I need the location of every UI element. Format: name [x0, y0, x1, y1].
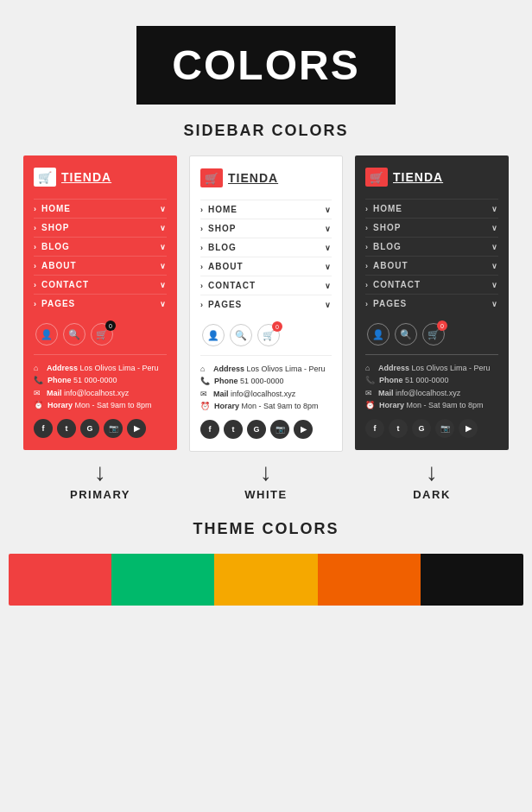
social-instagram-dark[interactable]: 📷: [435, 419, 454, 438]
label-dark-text: DARK: [413, 488, 451, 501]
label-white: ↓ WHITE: [189, 460, 343, 501]
icon-buttons-white: 👤 🔍 🛒0: [200, 324, 332, 346]
social-twitter-primary[interactable]: t: [57, 419, 76, 438]
social-google-dark[interactable]: G: [412, 419, 431, 438]
social-facebook-dark[interactable]: f: [365, 419, 384, 438]
user-icon-btn-white[interactable]: 👤: [202, 324, 225, 346]
social-row-dark: f t G 📷 ▶: [365, 419, 498, 438]
contact-info-dark: ⌂Address Los Olivos Lima - Peru 📞Phone 5…: [365, 362, 498, 412]
icon-buttons-dark: 👤 🔍 🛒0: [365, 323, 498, 346]
nav-shop-primary[interactable]: ›SHOP ∨: [34, 218, 167, 237]
social-twitter-white[interactable]: t: [224, 420, 243, 439]
contact-info-white: ⌂Address Los Olivos Lima - Peru 📞Phone 5…: [200, 363, 332, 413]
user-icon-btn-dark[interactable]: 👤: [367, 323, 390, 346]
theme-colors-section: THEME COLORS: [0, 520, 532, 606]
nav-blog-dark[interactable]: ›BLOG ∨: [365, 237, 498, 256]
panels-container: 🛒 TIENDA ›HOME ∨ ›SHOP ∨ ›BLOG ∨ ›ABOUT …: [0, 155, 532, 452]
nav-pages-white[interactable]: ›PAGES ∨: [200, 295, 332, 314]
cart-icon-btn-primary[interactable]: 🛒0: [91, 323, 113, 346]
nav-contact-dark[interactable]: ›CONTACT ∨: [365, 275, 498, 294]
cart-icon-btn-white[interactable]: 🛒0: [257, 324, 280, 346]
nav-home-dark[interactable]: ›HOME ∨: [365, 199, 498, 218]
cart-icon-white: 🛒: [200, 168, 223, 187]
arrow-down-white: ↓: [260, 460, 272, 485]
brand-name-dark: TIENDA: [393, 170, 443, 184]
brand-row-dark: 🛒 TIENDA: [365, 168, 498, 187]
social-row-primary: f t G 📷 ▶: [34, 419, 167, 438]
social-youtube-primary[interactable]: ▶: [127, 419, 146, 438]
contact-info-primary: ⌂Address Los Olivos Lima - Peru 📞Phone 5…: [34, 362, 167, 412]
social-google-primary[interactable]: G: [80, 419, 99, 438]
panel-primary: 🛒 TIENDA ›HOME ∨ ›SHOP ∨ ›BLOG ∨ ›ABOUT …: [23, 155, 177, 450]
swatch-green: [111, 554, 214, 606]
arrow-down-primary: ↓: [94, 460, 106, 485]
swatch-orange: [318, 554, 421, 606]
color-swatches: [9, 554, 523, 606]
social-twitter-dark[interactable]: t: [389, 419, 408, 438]
search-icon-btn-primary[interactable]: 🔍: [63, 323, 86, 346]
nav-about-dark[interactable]: ›ABOUT ∨: [365, 256, 498, 275]
arrow-down-dark: ↓: [426, 460, 438, 485]
sidebar-colors-heading: SIDEBAR COLORS: [0, 122, 532, 140]
brand-name-white: TIENDA: [228, 171, 278, 185]
nav-about-primary[interactable]: ›ABOUT ∨: [34, 256, 167, 275]
icon-buttons-primary: 👤 🔍 🛒0: [34, 323, 167, 346]
cart-icon-btn-dark[interactable]: 🛒0: [422, 323, 445, 346]
nav-about-white[interactable]: ›ABOUT ∨: [200, 257, 332, 276]
label-dark: ↓ DARK: [355, 460, 509, 501]
social-facebook-primary[interactable]: f: [34, 419, 53, 438]
label-white-text: WHITE: [244, 488, 287, 501]
nav-contact-white[interactable]: ›CONTACT ∨: [200, 276, 332, 295]
brand-row-primary: 🛒 TIENDA: [34, 168, 167, 187]
social-instagram-primary[interactable]: 📷: [104, 419, 123, 438]
social-youtube-white[interactable]: ▶: [294, 420, 313, 439]
label-primary: ↓ PRIMARY: [23, 460, 177, 501]
nav-contact-primary[interactable]: ›CONTACT ∨: [34, 275, 167, 294]
nav-shop-dark[interactable]: ›SHOP ∨: [365, 218, 498, 237]
swatch-red: [9, 554, 111, 606]
search-icon-btn-white[interactable]: 🔍: [230, 324, 252, 346]
arrows-row: ↓ PRIMARY ↓ WHITE ↓ DARK: [0, 460, 532, 501]
nav-home-white[interactable]: ›HOME ∨: [200, 200, 332, 219]
social-row-white: f t G 📷 ▶: [200, 420, 332, 439]
brand-name-primary: TIENDA: [61, 170, 111, 184]
nav-home-primary[interactable]: ›HOME ∨: [34, 199, 167, 218]
panel-dark: 🛒 TIENDA ›HOME ∨ ›SHOP ∨ ›BLOG ∨ ›ABOUT …: [355, 155, 509, 450]
swatch-black: [421, 554, 523, 606]
nav-blog-white[interactable]: ›BLOG ∨: [200, 238, 332, 257]
social-youtube-dark[interactable]: ▶: [459, 419, 478, 438]
cart-icon-primary: 🛒: [34, 168, 56, 187]
swatch-yellow: [214, 554, 317, 606]
theme-colors-heading: THEME COLORS: [9, 520, 523, 538]
label-primary-text: PRIMARY: [70, 488, 130, 501]
search-icon-btn-dark[interactable]: 🔍: [395, 323, 417, 346]
nav-shop-white[interactable]: ›SHOP ∨: [200, 219, 332, 238]
page-title: COLORS: [162, 41, 370, 89]
nav-pages-primary[interactable]: ›PAGES ∨: [34, 294, 167, 313]
cart-icon-dark: 🛒: [365, 168, 388, 187]
brand-row-white: 🛒 TIENDA: [200, 168, 332, 187]
nav-pages-dark[interactable]: ›PAGES ∨: [365, 294, 498, 313]
user-icon-btn-primary[interactable]: 👤: [35, 323, 58, 346]
title-block: COLORS: [136, 26, 396, 105]
panel-white: 🛒 TIENDA ›HOME ∨ ›SHOP ∨ ›BLOG ∨ ›ABOUT …: [189, 155, 343, 452]
nav-blog-primary[interactable]: ›BLOG ∨: [34, 237, 167, 256]
social-google-white[interactable]: G: [247, 420, 266, 439]
social-facebook-white[interactable]: f: [200, 420, 219, 439]
social-instagram-white[interactable]: 📷: [270, 420, 289, 439]
